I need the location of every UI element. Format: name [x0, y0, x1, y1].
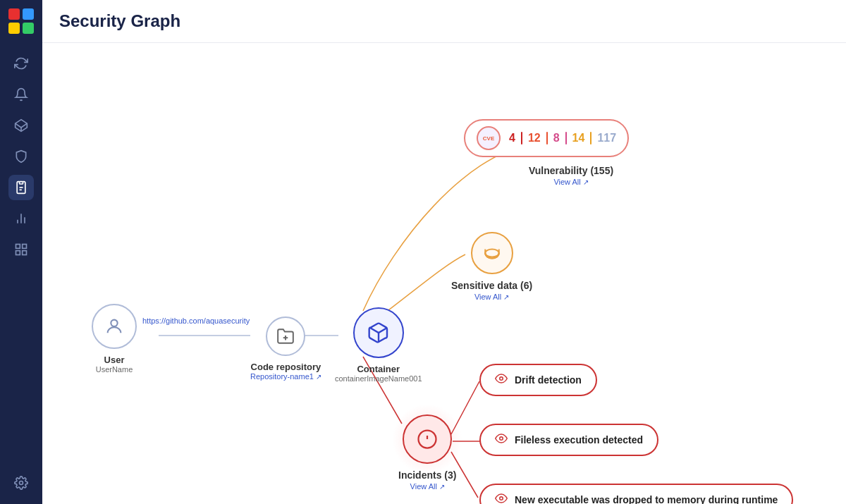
incidents-node: Incidents (3) View All ↗: [398, 414, 456, 491]
sensitive-label: Sensitive data (6): [451, 280, 532, 291]
svg-point-16: [20, 481, 23, 485]
sensitive-circle: [471, 232, 513, 274]
executable-eye-icon: [495, 492, 508, 504]
page-title: Security Graph: [59, 11, 829, 31]
vulnerability-card: CVE 4 12 8 14 117: [464, 119, 629, 157]
svg-rect-2: [8, 23, 20, 34]
svg-rect-15: [23, 251, 27, 255]
vuln-medium: 8: [553, 132, 560, 145]
header: Security Graph: [42, 0, 846, 43]
sidebar-icon-alerts[interactable]: [8, 82, 34, 107]
repo-link[interactable]: Repository-name1 ↗: [250, 372, 321, 381]
sidebar-icon-shield[interactable]: [8, 144, 34, 169]
svg-point-32: [500, 437, 503, 441]
cve-badge: CVE: [477, 126, 501, 150]
new-executable-pill: New executable was dropped to memory dur…: [479, 484, 793, 504]
container-sublabel: containerImageName001: [335, 374, 422, 383]
drift-detection-pill: Drift detection: [479, 364, 597, 396]
container-circle: [353, 307, 404, 358]
user-node: https://github.com/aquasecurity User Use…: [92, 304, 137, 374]
svg-rect-0: [8, 8, 20, 20]
svg-rect-14: [16, 251, 20, 255]
new-executable-label: New executable was dropped to memory dur…: [515, 494, 778, 504]
vulnerability-view-all[interactable]: View All ↗: [529, 178, 613, 186]
vuln-low: 14: [572, 132, 585, 145]
sensitive-data-node: Sensitive data (6) View All ↗: [451, 232, 532, 301]
drift-detection-label: Drift detection: [515, 374, 582, 386]
main-content: Security Graph: [42, 0, 846, 504]
vuln-critical: 4: [509, 132, 515, 145]
sidebar: [0, 0, 42, 504]
svg-rect-12: [16, 245, 20, 249]
user-circle: [92, 304, 137, 349]
vuln-high: 12: [528, 132, 541, 145]
user-sublabel: UserName: [96, 365, 133, 374]
fileless-execution-pill: Fileless execution detected: [479, 424, 658, 456]
svg-point-27: [485, 250, 499, 257]
vuln-ext-icon: ↗: [583, 178, 589, 186]
sidebar-icon-settings[interactable]: [8, 470, 34, 496]
fileless-eye-icon: [495, 432, 508, 448]
repo-circle: [266, 316, 305, 356]
sidebar-icon-chart[interactable]: [8, 206, 34, 231]
svg-rect-6: [20, 182, 23, 184]
external-link-icon: ↗: [316, 373, 321, 381]
sidebar-icon-clipboard[interactable]: [8, 175, 34, 200]
svg-rect-13: [23, 245, 27, 249]
user-label: User: [104, 355, 125, 365]
sidebar-icon-refresh[interactable]: [8, 51, 34, 76]
sidebar-icon-grid[interactable]: [8, 237, 34, 262]
repo-label: Code repository: [251, 362, 321, 372]
svg-point-31: [500, 377, 503, 381]
vulnerability-label: Vulnerability (155): [529, 165, 613, 176]
incidents-view-all[interactable]: View All ↗: [410, 482, 445, 491]
app-logo[interactable]: [8, 8, 34, 34]
sensitive-ext-icon: ↗: [503, 293, 509, 301]
container-node: Container containerImageName001: [335, 307, 422, 383]
drift-eye-icon: [495, 372, 508, 388]
sensitive-view-all[interactable]: View All ↗: [474, 293, 509, 301]
svg-rect-1: [23, 8, 34, 20]
container-label: Container: [357, 364, 400, 374]
graph-area: https://github.com/aquasecurity User Use…: [42, 43, 846, 504]
incidents-circle-wrapper: [403, 414, 452, 464]
svg-point-33: [500, 497, 503, 500]
repo-node: Code repository Repository-name1 ↗: [250, 316, 321, 381]
svg-point-23: [111, 320, 117, 326]
vuln-unknown: 117: [597, 132, 616, 145]
incidents-circle: [403, 414, 452, 464]
sidebar-icon-cluster[interactable]: [8, 113, 34, 138]
user-repo-link[interactable]: https://github.com/aquasecurity: [142, 316, 250, 325]
incidents-ext-icon: ↗: [439, 483, 445, 491]
vulnerability-label-group: Vulnerability (155) View All ↗: [529, 165, 613, 186]
fileless-execution-label: Fileless execution detected: [515, 434, 643, 445]
svg-rect-3: [23, 23, 34, 34]
